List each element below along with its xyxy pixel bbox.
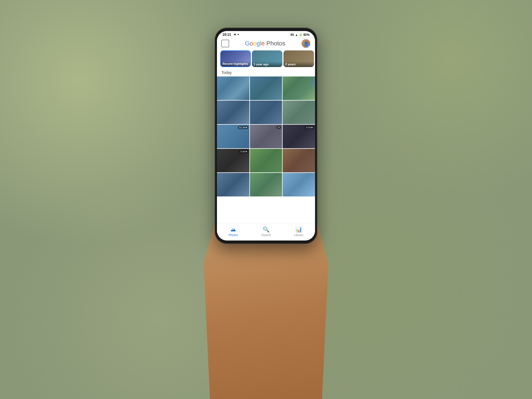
title-o2: o [253,40,257,47]
memory-card-recent[interactable]: Recent highlights [220,50,251,67]
title-photos: Photos [265,40,285,47]
photo-cell-3-1[interactable]: 01:34 [217,125,249,148]
nav-library[interactable]: 📊 Library [288,226,309,237]
photo-cell-1-3[interactable] [283,76,315,100]
title-e: e [261,40,265,47]
memory-card-2years-label: 2 years [283,62,314,67]
photo-cell-2-2[interactable] [250,101,282,124]
bottom-navigation: ⛰ Photos 🔍 Search 📊 Library [217,223,315,241]
account-avatar[interactable]: 👤 [301,39,311,48]
nav-photos[interactable]: ⛰ Photos [223,226,244,237]
status-bar: 10:11 ✉ ✦ 4G ▲ 🔋 82% [217,31,315,38]
photo-cell-5-1[interactable] [217,173,249,196]
photo-cell-4-3[interactable] [283,149,315,172]
search-nav-label: Search [261,233,271,237]
section-today: Today [217,69,315,76]
photo-cell-5-2[interactable] [250,173,282,196]
photo-cell-4-1[interactable]: 0:46 [217,149,249,172]
photo-row-4: 0:46 [217,149,315,172]
app-toolbar: Google Photos 👤 [217,38,315,50]
photo-cell-3-2[interactable]: ↺ [250,125,282,148]
library-nav-label: Library [294,233,303,237]
photo-cell-5-3[interactable] [283,173,315,196]
memory-card-1year-label: 1 year ago [252,62,282,67]
network-icon: 4G [290,33,294,36]
phone-screen: 10:11 ✉ ✦ 4G ▲ 🔋 82% Google Photos 👤 [217,31,315,241]
photo-cell-2-3[interactable] [283,101,315,124]
memory-card-recent-label: Recent highlights [221,61,250,66]
phone-device: 10:11 ✉ ✦ 4G ▲ 🔋 82% Google Photos 👤 [215,28,317,244]
photo-cell-1-1[interactable] [217,76,249,100]
photo-row-3: 01:34 ↺ 0:03 [217,125,315,148]
nav-search[interactable]: 🔍 Search [256,226,277,237]
title-o1: o [250,40,253,47]
video-duration-badge-1: 01:34 [238,126,248,129]
library-nav-icon: 📊 [295,226,302,233]
photo-row-5 [217,173,315,196]
photo-row-2 [217,101,315,124]
photo-cell-2-1[interactable] [217,101,249,124]
status-left: 10:11 ✉ ✦ [222,33,239,37]
select-button[interactable] [221,40,229,47]
photo-row-1 [217,76,315,100]
photos-nav-icon: ⛰ [231,226,236,233]
photo-cell-1-2[interactable] [250,76,282,100]
status-time: 10:11 [222,33,231,37]
title-g2: g [257,40,260,47]
app-title: Google Photos [245,40,285,47]
video-duration-badge-2: 0:03 [305,126,314,129]
memory-card-2years[interactable]: 2 years [283,50,314,67]
memories-strip: Recent highlights 1 year ago 2 years › [217,50,315,69]
photo-cell-3-3[interactable]: 0:03 [283,125,315,148]
scroll-indicator [313,78,314,86]
title-g: G [245,40,250,47]
motion-photo-badge: ↺ [277,126,281,129]
photo-cell-4-2[interactable] [250,149,282,172]
search-nav-icon: 🔍 [263,226,270,233]
status-icons: 4G ▲ 🔋 82% [290,33,310,36]
photos-nav-label: Photos [229,233,238,237]
video-duration-badge-3: 0:46 [239,150,248,153]
battery-level: 82% [303,33,310,36]
memory-card-1year[interactable]: 1 year ago [252,50,282,67]
photo-grid: 01:34 ↺ 0:03 0:46 [217,76,315,223]
